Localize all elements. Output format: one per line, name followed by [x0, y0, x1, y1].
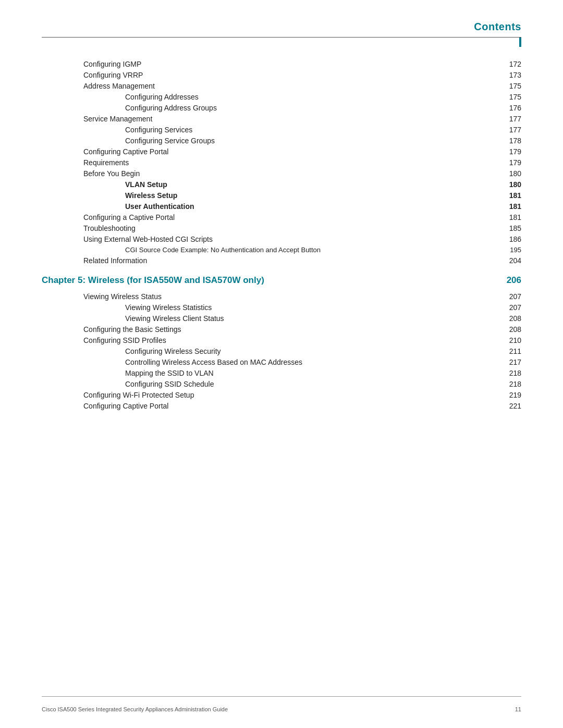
- toc-entry-page: 208: [500, 325, 521, 334]
- toc-entry-label: Requirements: [42, 158, 129, 167]
- toc-entry-label: Viewing Wireless Client Status: [42, 314, 224, 323]
- toc-entry-label: Viewing Wireless Statistics: [42, 303, 212, 312]
- toc-entry-page: 180: [500, 169, 521, 178]
- toc-entry-page: 211: [500, 347, 521, 355]
- list-item: Viewing Wireless Status 207: [42, 291, 521, 302]
- list-item: Address Management 175: [42, 80, 521, 91]
- toc-entry-page: 173: [500, 71, 521, 79]
- toc-entry-label: Mapping the SSID to VLAN: [42, 369, 214, 377]
- list-item: Mapping the SSID to VLAN 218: [42, 367, 521, 378]
- toc-entry-page: 181: [500, 213, 521, 221]
- chapter-page: 206: [500, 275, 521, 286]
- toc-entry-page: 204: [500, 256, 521, 265]
- list-item: Configuring Captive Portal 221: [42, 400, 521, 411]
- page-container: Contents Configuring IGMP 172 Configurin…: [0, 0, 563, 728]
- toc-entry-page: 175: [500, 82, 521, 90]
- toc-entry-label: Viewing Wireless Status: [42, 292, 162, 301]
- toc-entry-label: Controlling Wireless Access Based on MAC…: [42, 358, 302, 366]
- list-item: Configuring Wireless Security 211: [42, 346, 521, 356]
- list-item: Configuring Services 177: [42, 124, 521, 135]
- chapter5-toc-section: Viewing Wireless Status 207 Viewing Wire…: [42, 291, 521, 411]
- list-item: Wireless Setup 181: [42, 190, 521, 201]
- list-item: Viewing Wireless Statistics 207: [42, 302, 521, 313]
- toc-entry-label: Configuring Wi-Fi Protected Setup: [42, 391, 194, 399]
- toc-entry-label: Configuring IGMP: [42, 60, 141, 68]
- toc-entry-label: Configuring SSID Profiles: [42, 336, 166, 344]
- footer-right: 11: [515, 706, 521, 712]
- toc-entry-label: Configuring Service Groups: [42, 137, 215, 145]
- list-item: CGI Source Code Example: No Authenticati…: [42, 244, 521, 255]
- toc-entry-page: 181: [500, 202, 521, 211]
- toc-entry-label: VLAN Setup: [42, 180, 167, 189]
- toc-entry-page: 186: [500, 235, 521, 243]
- toc-entry-page: 177: [500, 126, 521, 134]
- list-item: Configuring the Basic Settings 208: [42, 324, 521, 335]
- list-item: Configuring Address Groups 176: [42, 102, 521, 113]
- list-item: Configuring a Captive Portal 181: [42, 212, 521, 223]
- list-item: Configuring IGMP 172: [42, 58, 521, 69]
- list-item: Service Management 177: [42, 113, 521, 124]
- list-item: Configuring Addresses 175: [42, 91, 521, 102]
- toc-entry-page: 217: [500, 358, 521, 366]
- toc-entry-label: Wireless Setup: [42, 191, 177, 200]
- toc-entry-label: Configuring Services: [42, 126, 192, 134]
- toc-entry-page: 195: [500, 246, 521, 254]
- list-item: Configuring VRRP 173: [42, 69, 521, 80]
- footer: Cisco ISA500 Series Integrated Security …: [42, 706, 521, 712]
- toc-entry-page: 218: [500, 380, 521, 388]
- list-item: Controlling Wireless Access Based on MAC…: [42, 356, 521, 367]
- toc-entry-label: Configuring Address Groups: [42, 104, 217, 112]
- toc-entry-page: 221: [500, 402, 521, 410]
- list-item: Related Information 204: [42, 255, 521, 266]
- toc-entry-page: 218: [500, 369, 521, 377]
- toc-entry-label: Configuring Addresses: [42, 93, 199, 101]
- list-item: Viewing Wireless Client Status 208: [42, 313, 521, 324]
- toc-entry-label: CGI Source Code Example: No Authenticati…: [42, 246, 321, 254]
- toc-section: Configuring IGMP 172 Configuring VRRP 17…: [42, 58, 521, 266]
- accent-bar: [519, 38, 521, 47]
- toc-entry-label: Configuring the Basic Settings: [42, 325, 181, 334]
- toc-entry-label: Using External Web-Hosted CGI Scripts: [42, 235, 213, 243]
- toc-entry-page: 175: [500, 93, 521, 101]
- footer-left: Cisco ISA500 Series Integrated Security …: [42, 706, 228, 712]
- list-item: Configuring Captive Portal 179: [42, 146, 521, 157]
- footer-divider: [42, 696, 521, 697]
- toc-entry-page: 208: [500, 314, 521, 323]
- toc-entry-page: 219: [500, 391, 521, 399]
- chapter-heading: Chapter 5: Wireless (for ISA550W and ISA…: [42, 268, 521, 291]
- toc-entry-label: Address Management: [42, 82, 155, 90]
- page-title: Contents: [474, 21, 521, 33]
- toc-entry-label: Configuring a Captive Portal: [42, 213, 175, 221]
- toc-entry-page: 181: [500, 191, 521, 200]
- list-item: User Authentication 181: [42, 201, 521, 212]
- toc-entry-page: 207: [500, 303, 521, 312]
- toc-entry-label: Configuring Captive Portal: [42, 402, 168, 410]
- list-item: Requirements 179: [42, 157, 521, 168]
- list-item: VLAN Setup 180: [42, 179, 521, 190]
- toc-entry-page: 180: [500, 180, 521, 189]
- header-section: Contents: [42, 21, 521, 33]
- list-item: Configuring SSID Profiles 210: [42, 335, 521, 346]
- toc-entry-page: 179: [500, 147, 521, 156]
- toc-entry-label: Troubleshooting: [42, 224, 136, 232]
- toc-entry-label: Configuring VRRP: [42, 71, 143, 79]
- right-accent: [42, 38, 521, 47]
- toc-entry-label: Configuring Captive Portal: [42, 147, 168, 156]
- toc-entry-page: 185: [500, 224, 521, 232]
- chapter-title: Chapter 5: Wireless (for ISA550W and ISA…: [42, 275, 264, 286]
- toc-entry-page: 172: [500, 60, 521, 68]
- toc-entry-page: 207: [500, 292, 521, 301]
- toc-entry-page: 177: [500, 115, 521, 123]
- list-item: Configuring SSID Schedule 218: [42, 378, 521, 389]
- toc-entry-page: 179: [500, 158, 521, 167]
- toc-entry-page: 210: [500, 336, 521, 344]
- list-item: Using External Web-Hosted CGI Scripts 18…: [42, 233, 521, 244]
- toc-entry-label: Configuring SSID Schedule: [42, 380, 214, 388]
- toc-entry-label: User Authentication: [42, 202, 194, 211]
- list-item: Before You Begin 180: [42, 168, 521, 179]
- toc-entry-page: 178: [500, 137, 521, 145]
- toc-entry-label: Before You Begin: [42, 169, 140, 178]
- list-item: Troubleshooting 185: [42, 223, 521, 233]
- list-item: Configuring Wi-Fi Protected Setup 219: [42, 389, 521, 400]
- list-item: Configuring Service Groups 178: [42, 135, 521, 146]
